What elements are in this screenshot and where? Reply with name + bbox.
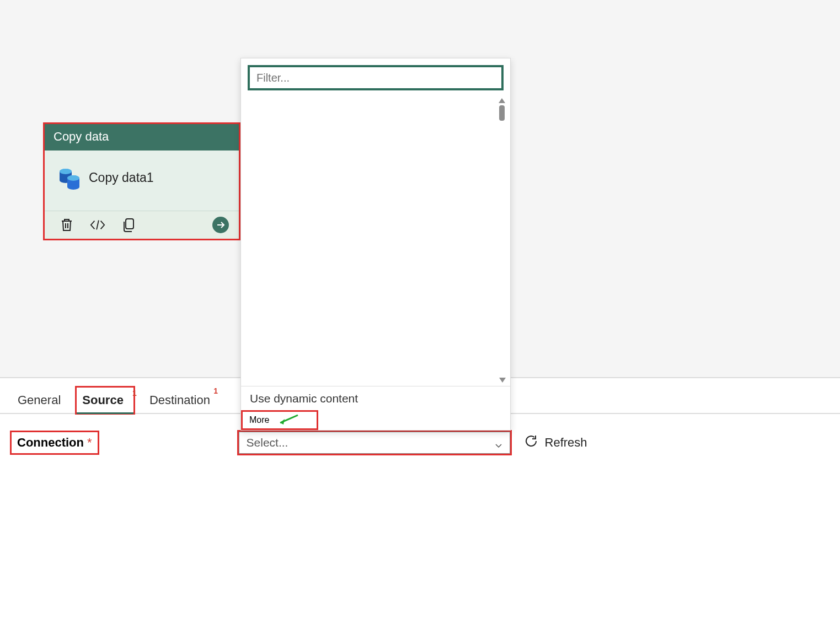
refresh-icon xyxy=(524,434,538,452)
tab-destination-badge: 1 xyxy=(213,386,218,395)
delete-icon[interactable] xyxy=(59,217,74,233)
svg-point-3 xyxy=(60,169,72,174)
run-icon[interactable] xyxy=(212,217,229,233)
activity-toolbar xyxy=(45,211,239,239)
tab-source-label: Source xyxy=(82,393,124,407)
copy-data-icon xyxy=(58,165,82,194)
activity-title: Copy data xyxy=(45,124,239,151)
connection-label: Connection * xyxy=(10,431,99,455)
connection-select[interactable]: Select... xyxy=(237,430,512,455)
refresh-button[interactable]: Refresh xyxy=(524,434,587,452)
copy-data-activity[interactable]: Copy data Copy data1 xyxy=(43,122,240,240)
chevron-down-icon xyxy=(495,439,502,447)
scrollbar[interactable] xyxy=(498,98,506,121)
dropdown-list[interactable] xyxy=(242,94,509,386)
option-more[interactable]: More xyxy=(241,410,318,430)
code-icon[interactable] xyxy=(90,217,105,233)
svg-point-7 xyxy=(67,175,79,181)
svg-point-6 xyxy=(67,184,79,190)
scroll-thumb[interactable] xyxy=(499,105,505,121)
tab-source[interactable]: Source 1 xyxy=(75,386,135,415)
option-more-label: More xyxy=(249,415,269,425)
connection-select-placeholder: Select... xyxy=(247,436,288,449)
scroll-down-icon[interactable] xyxy=(499,378,506,383)
tab-destination-label: Destination xyxy=(149,393,210,407)
connection-label-text: Connection xyxy=(17,436,84,450)
tab-destination[interactable]: Destination 1 xyxy=(145,385,215,413)
scroll-up-icon[interactable] xyxy=(499,98,505,103)
tab-general[interactable]: General xyxy=(13,385,65,413)
annotation-arrow-icon xyxy=(277,415,298,425)
activity-body: Copy data1 xyxy=(45,151,239,211)
refresh-label: Refresh xyxy=(545,436,587,450)
required-star-icon: * xyxy=(87,436,92,450)
svg-rect-8 xyxy=(126,219,133,229)
activity-name: Copy data1 xyxy=(89,170,154,185)
connection-dropdown: Use dynamic content More xyxy=(240,58,511,431)
option-use-dynamic-content[interactable]: Use dynamic content xyxy=(241,386,510,411)
connection-row: Connection * Select... Refresh xyxy=(10,430,587,455)
filter-input[interactable] xyxy=(249,66,502,89)
copy-icon[interactable] xyxy=(121,217,136,233)
tab-source-badge: 1 xyxy=(132,389,137,397)
